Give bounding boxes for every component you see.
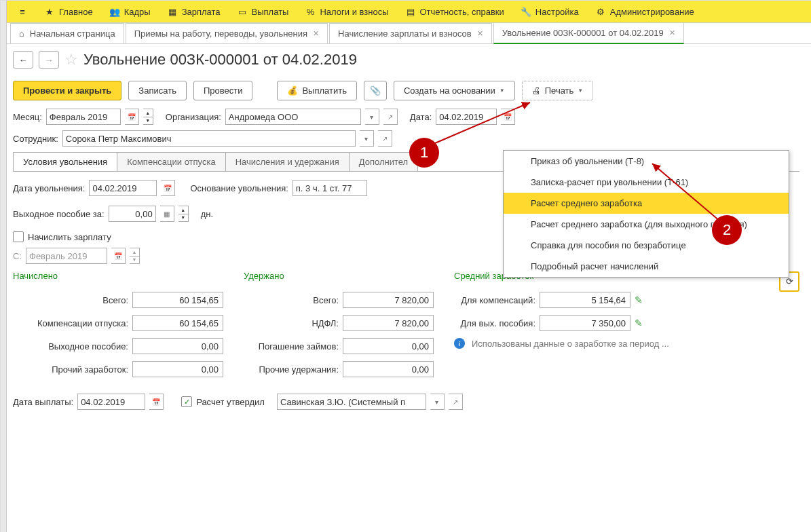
menu-main[interactable]: ★Главное bbox=[37, 3, 100, 20]
close-icon[interactable]: ✕ bbox=[313, 29, 319, 38]
pay-button[interactable]: 💰Выплатить bbox=[277, 81, 357, 100]
approved-label: Расчет утвердил bbox=[196, 397, 265, 407]
close-icon[interactable]: ✕ bbox=[669, 28, 675, 37]
spinner-up-icon[interactable]: ▲ bbox=[178, 206, 188, 214]
spinner-down-icon[interactable]: ▼ bbox=[178, 214, 188, 222]
annotation-callout-2: 2 bbox=[712, 215, 742, 245]
date-input[interactable]: 04.02.2019 bbox=[436, 109, 497, 125]
callout-2-text: 2 bbox=[723, 221, 731, 239]
accrue-salary-checkbox[interactable]: Начислить зарплату bbox=[13, 231, 111, 242]
open-button[interactable]: ↗ bbox=[383, 109, 398, 125]
print-item-detail-calc[interactable]: Подробный расчет начислений bbox=[504, 256, 789, 277]
accrued-vac-label: Компенсации отпуска: bbox=[37, 318, 128, 328]
withheld-loan-label: Погашение займов: bbox=[259, 341, 339, 352]
refresh-icon: ⟳ bbox=[786, 276, 793, 286]
paydate-input[interactable]: 04.02.2019 bbox=[77, 394, 145, 410]
severance-spinner[interactable]: ▲▼ bbox=[178, 206, 189, 222]
tab-vacation-comp[interactable]: Компенсации отпуска bbox=[117, 152, 226, 171]
post-and-close-label: Провести и закрыть bbox=[23, 86, 111, 96]
favorite-star-icon[interactable]: ☆ bbox=[64, 51, 78, 69]
calculator-icon[interactable]: ▦ bbox=[160, 206, 174, 222]
menu-payments-label: Выплаты bbox=[252, 7, 289, 17]
approved-checkbox[interactable]: ✓Расчет утвердил bbox=[181, 396, 265, 407]
forward-button[interactable]: → bbox=[39, 51, 59, 69]
menu-settings[interactable]: 🔧Настройка bbox=[514, 3, 586, 20]
accrued-sev-value: 0,00 bbox=[132, 338, 223, 354]
dismiss-date-input[interactable]: 04.02.2019 bbox=[89, 180, 157, 196]
post-and-close-button[interactable]: Провести и закрыть bbox=[13, 81, 121, 100]
menu-salary-label: Зарплата bbox=[182, 7, 221, 17]
edit-icon[interactable]: ✎ bbox=[635, 294, 643, 305]
spinner-up-icon[interactable]: ▲ bbox=[143, 109, 153, 117]
accrued-total-value: 60 154,65 bbox=[132, 292, 223, 308]
menu-admin[interactable]: ⚙Администрирование bbox=[588, 3, 701, 20]
create-based-button[interactable]: Создать на основании▼ bbox=[394, 81, 515, 100]
since-input: Февраль 2019 bbox=[26, 248, 107, 264]
print-item-t61[interactable]: Записка-расчет при увольнении (Т-61) bbox=[504, 172, 789, 193]
calendar-icon[interactable]: 📅 bbox=[149, 394, 164, 410]
dropdown-icon[interactable]: ▾ bbox=[365, 109, 379, 125]
tab-additional[interactable]: Дополнител bbox=[349, 152, 418, 171]
menu-burger[interactable]: ≡ bbox=[10, 3, 35, 20]
org-input[interactable]: Андромеда ООО bbox=[225, 109, 361, 125]
tab-calc[interactable]: Начисление зарплаты и взносов✕ bbox=[329, 23, 492, 43]
tab-home[interactable]: ⌂Начальная страница bbox=[10, 23, 124, 43]
print-item-avg-earn[interactable]: Расчет среднего заработка bbox=[504, 193, 789, 214]
open-button[interactable]: ↗ bbox=[378, 130, 392, 147]
tab-home-label: Начальная страница bbox=[30, 28, 115, 39]
date-value: 04.02.2019 bbox=[439, 112, 483, 122]
severance-input[interactable]: 0,00 bbox=[109, 206, 156, 222]
chevron-down-icon: ▼ bbox=[578, 88, 583, 94]
print-button[interactable]: 🖨Печать▼ bbox=[522, 81, 594, 100]
menu-salary[interactable]: ▦Зарплата bbox=[160, 3, 227, 20]
withheld-total-label: Всего: bbox=[313, 295, 339, 305]
menu-main-label: Главное bbox=[59, 7, 93, 17]
menu-reports-label: Отчетность, справки bbox=[420, 7, 504, 17]
window-tabs: ⌂Начальная страница Приемы на работу, пе… bbox=[1, 23, 811, 44]
star-icon: ★ bbox=[44, 6, 55, 17]
checkbox-icon bbox=[13, 231, 24, 242]
calendar-icon[interactable]: 📅 bbox=[161, 180, 175, 196]
open-button[interactable]: ↗ bbox=[449, 394, 463, 410]
approver-input[interactable]: Савинская З.Ю. (Системный п bbox=[277, 394, 426, 410]
info-icon[interactable]: i bbox=[454, 338, 465, 349]
tab-dismissal-terms[interactable]: Условия увольнения bbox=[13, 152, 117, 171]
menu-reports[interactable]: ▤Отчетность, справки bbox=[398, 3, 511, 20]
print-item-avg-earn-sev[interactable]: Расчет среднего заработка (для выходного… bbox=[504, 214, 789, 235]
print-item-t8[interactable]: Приказ об увольнении (Т-8) bbox=[504, 151, 789, 172]
home-icon: ⌂ bbox=[19, 28, 24, 39]
close-icon[interactable]: ✕ bbox=[477, 29, 483, 38]
tab-hires-label: Приемы на работу, переводы, увольнения bbox=[134, 28, 307, 39]
menu-payments[interactable]: ▭Выплаты bbox=[230, 3, 296, 20]
accrue-salary-label: Начислить зарплату bbox=[28, 232, 111, 242]
menu-taxes-label: Налоги и взносы bbox=[320, 7, 388, 17]
attach-button[interactable]: 📎 bbox=[364, 81, 387, 100]
page-title: Увольнение 00ЗК-000001 от 04.02.2019 bbox=[83, 51, 357, 69]
tab-accruals[interactable]: Начисления и удержания bbox=[225, 152, 350, 171]
employee-input[interactable]: Сорока Петр Максимович bbox=[62, 130, 356, 147]
back-button[interactable]: ← bbox=[13, 51, 33, 69]
month-spinner[interactable]: ▲▼ bbox=[143, 109, 153, 125]
menu-taxes[interactable]: %Налоги и взносы bbox=[298, 3, 395, 20]
dropdown-icon[interactable]: ▾ bbox=[430, 394, 445, 410]
menu-hr-label: Кадры bbox=[124, 7, 151, 17]
month-input[interactable]: Февраль 2019 bbox=[46, 109, 121, 125]
write-button[interactable]: Записать bbox=[128, 81, 187, 100]
edit-icon[interactable]: ✎ bbox=[635, 318, 643, 328]
accrued-other-label: Прочий заработок: bbox=[52, 364, 128, 375]
paydate-value: 04.02.2019 bbox=[81, 397, 125, 407]
avg-sev-label: Для вых. пособия: bbox=[454, 318, 535, 328]
menu-hr[interactable]: 👥Кадры bbox=[102, 3, 157, 20]
calendar-icon[interactable]: 📅 bbox=[125, 109, 139, 125]
avg-comp-value: 5 154,64 bbox=[540, 292, 630, 308]
spinner-down-icon[interactable]: ▼ bbox=[143, 117, 153, 125]
print-item-unemp-cert[interactable]: Справка для пособия по безработице bbox=[504, 235, 789, 256]
dismiss-reason-input[interactable]: п. 3 ч. 1 ст. 77 bbox=[293, 180, 367, 196]
accrued-other-value: 0,00 bbox=[132, 361, 223, 377]
tab-hires[interactable]: Приемы на работу, переводы, увольнения✕ bbox=[126, 23, 328, 43]
tab-dismissal[interactable]: Увольнение 00ЗК-000001 от 04.02.2019✕ bbox=[493, 22, 684, 44]
calendar-icon[interactable]: 📅 bbox=[501, 109, 515, 125]
month-value: Февраль 2019 bbox=[50, 112, 107, 122]
dropdown-icon[interactable]: ▾ bbox=[360, 130, 374, 147]
post-button[interactable]: Провести bbox=[193, 81, 253, 100]
